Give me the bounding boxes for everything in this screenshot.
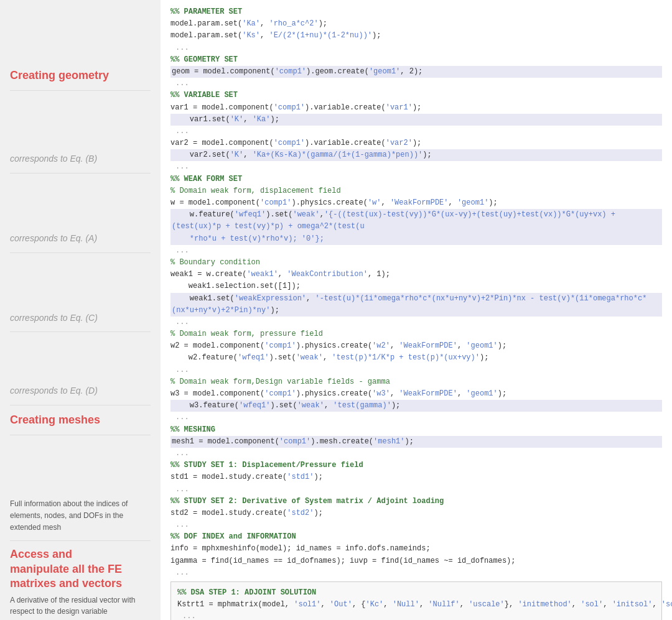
- code-gamma-1: w3 = model.component('comp1').physics.cr…: [170, 388, 662, 400]
- ellipsis-3: ...: [170, 126, 662, 137]
- code-pressure-2: w2.feature('wfeq1').set('weak', 'test(p)…: [170, 352, 662, 364]
- code-dof-header: %% DOF INDEX and INFORMATION: [170, 531, 662, 543]
- ellipsis-6: ...: [170, 317, 662, 328]
- eq-c-label: corresponds to Eq. (C): [10, 313, 98, 323]
- code-var-4: var2.set('K', 'Ka+(Ks-Ka)*(gamma/(1+(1-g…: [170, 149, 662, 161]
- code-weak-cmt1: % Domain weak form, displacement field: [170, 185, 662, 197]
- ellipsis-12: ...: [170, 567, 662, 579]
- sidebar-section-eq-b: corresponds to Eq. (B): [10, 91, 151, 174]
- sidebar-section-geometry: Creating geometry: [10, 12, 151, 91]
- sidebar-section-eq-d: corresponds to Eq. (D): [10, 332, 151, 405]
- code-weak-1: w = model.component('comp1').physics.cre…: [170, 197, 662, 209]
- full-info-text: Full information about the indices of el…: [10, 499, 128, 532]
- ellipsis-4: ...: [170, 161, 662, 173]
- code-bc-1: weak1 = w.create('weak1', 'WeakContribut…: [170, 269, 662, 280]
- sidebar-section-access: Access andmanipulate all the FEmatrixes …: [10, 541, 151, 620]
- code-dof-1: info = mphxmeshinfo(model); id_names = i…: [170, 543, 662, 555]
- code-var-2: var1.set('K', 'Ka');: [170, 114, 662, 126]
- code-var-header: %% VARIABLE SET: [170, 90, 662, 101]
- code-weak-2: w.feature('wfeq1').set('weak','{-((test(…: [170, 209, 662, 245]
- code-gamma-cmt: % Domain weak form,Design variable field…: [170, 376, 662, 388]
- ellipsis-2: ...: [170, 78, 662, 90]
- code-var-1: var1 = model.component('comp1').variable…: [170, 102, 662, 114]
- code-weak-header: %% WEAK FORM SET: [170, 174, 662, 185]
- code-bc-2: weak1.selection.set([1]);: [170, 280, 662, 292]
- code-bc-3: weak1.set('weakExpression', '-test(u)*(1…: [170, 293, 662, 317]
- creating-meshes-title: Creating meshes: [10, 414, 100, 426]
- code-dof-2: igamma = find(id_names == id_dofnames); …: [170, 555, 662, 567]
- code-param-1: model.param.set('Ka', 'rho_a*c^2');: [170, 18, 662, 30]
- code-gamma-2: w3.feature('wfeq1').set('weak', 'test(ga…: [170, 400, 662, 412]
- sidebar-section-eq-c: corresponds to Eq. (C): [10, 253, 151, 333]
- code-param-2: model.param.set('Ks', 'E/(2*(1+nu)*(1-2*…: [170, 30, 662, 42]
- code-var-3: var2 = model.component('comp1').variable…: [170, 137, 662, 149]
- ellipsis-11: ...: [170, 519, 662, 531]
- code-study1-1: std1 = model.study.create('std1');: [170, 471, 662, 483]
- code-bc-cmt: % Boundary condition: [170, 257, 662, 269]
- sidebar-section-eq-a: corresponds to Eq. (A): [10, 174, 151, 253]
- ellipsis-8: ...: [170, 412, 662, 423]
- sidebar-section-meshes: Creating meshes: [10, 405, 151, 435]
- ellipsis-7: ...: [170, 364, 662, 376]
- code-study2-1: std2 = model.study.create('std2');: [170, 507, 662, 519]
- code-mesh-1: mesh1 = model.component('comp1').mesh.cr…: [170, 436, 662, 448]
- sidebar: Creating geometry corresponds to Eq. (B)…: [0, 0, 161, 620]
- code-study2-header: %% STUDY SET 2: Derivative of System mat…: [170, 496, 662, 507]
- code-param-header: %% PARAMETER SET: [170, 6, 662, 18]
- ellipsis-5: ...: [170, 245, 662, 257]
- code-dsa1-1: Kstrt1 = mphmatrix(model, 'sol1', 'Out',…: [177, 599, 655, 611]
- ellipsis-9: ...: [170, 448, 662, 460]
- eq-a-label: corresponds to Eq. (A): [10, 233, 97, 243]
- code-pressure-1: w2 = model.component('comp1').physics.cr…: [170, 340, 662, 352]
- eq-b-label: corresponds to Eq. (B): [10, 154, 97, 164]
- code-study1-header: %% STUDY SET 1: Displacement/Pressure fi…: [170, 460, 662, 471]
- creating-geometry-title: Creating geometry: [10, 69, 109, 81]
- code-pressure-cmt: % Domain weak form, pressure field: [170, 328, 662, 340]
- ellipsis-1: ...: [170, 42, 662, 54]
- access-title: Access andmanipulate all the FEmatrixes …: [10, 548, 122, 590]
- code-mesh-header: %% MESHING: [170, 424, 662, 436]
- sidebar-section-fullinfo: Full information about the indices of el…: [10, 435, 151, 541]
- eq-d-label: corresponds to Eq. (D): [10, 386, 98, 396]
- code-panel: %% PARAMETER SET model.param.set('Ka', '…: [161, 0, 672, 620]
- access-description: A derivative of the residual vector with…: [10, 595, 151, 617]
- ellipsis-13: ...: [177, 611, 655, 620]
- dsa-box: %% DSA STEP 1: ADJOINT SOLUTION Kstrt1 =…: [170, 581, 662, 620]
- code-geom-header: %% GEOMETRY SET: [170, 54, 662, 66]
- ellipsis-10: ...: [170, 484, 662, 496]
- code-geom-1: geom = model.component('comp1').geom.cre…: [170, 66, 662, 78]
- code-dsa1-header: %% DSA STEP 1: ADJOINT SOLUTION: [177, 587, 655, 599]
